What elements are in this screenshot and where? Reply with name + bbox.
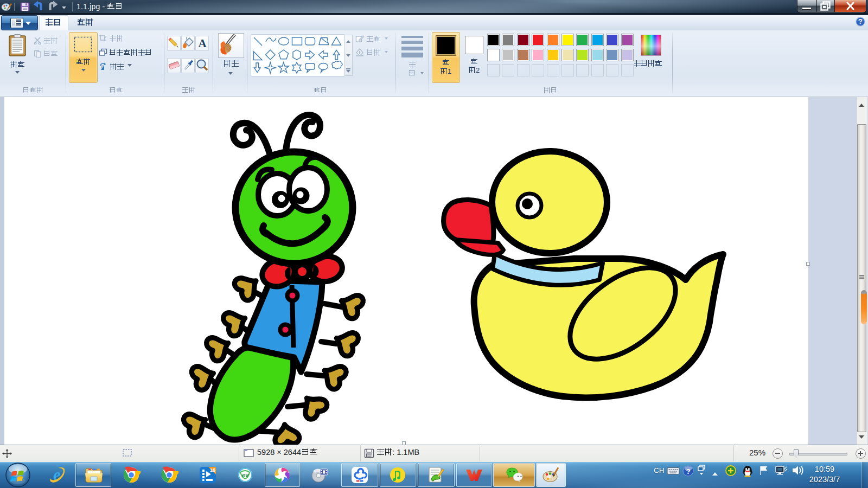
svg-text:16: 16 xyxy=(210,467,215,473)
svg-text:A: A xyxy=(198,37,207,50)
svg-text:?: ? xyxy=(686,467,690,476)
svg-text:ev: ev xyxy=(242,472,249,478)
svg-text:?: ? xyxy=(858,18,862,25)
